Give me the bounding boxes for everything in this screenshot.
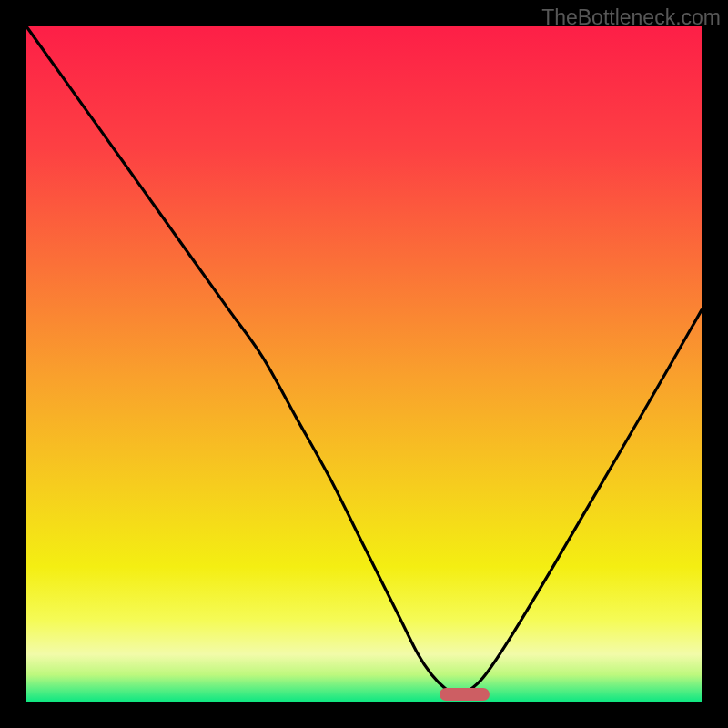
bottleneck-curve — [26, 26, 702, 702]
optimal-marker — [440, 688, 490, 701]
chart-container: TheBottleneck.com — [0, 0, 728, 728]
curve-path — [26, 26, 702, 695]
watermark-text: TheBottleneck.com — [541, 5, 721, 30]
plot-area — [26, 26, 702, 702]
